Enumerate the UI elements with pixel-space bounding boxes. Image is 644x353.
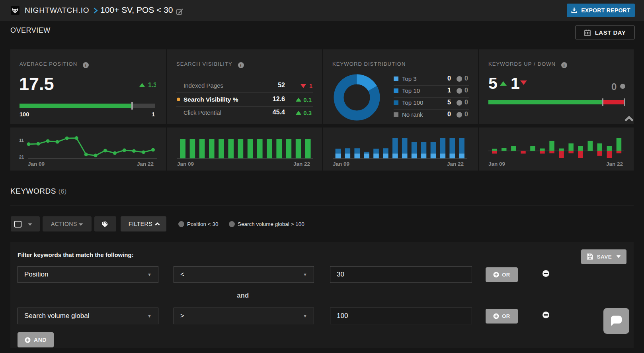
svg-text:0.1: 0.1 [303,96,312,103]
svg-text:1: 1 [309,82,312,89]
svg-text:1.3: 1.3 [148,82,156,88]
svg-text:0.3: 0.3 [303,110,312,116]
